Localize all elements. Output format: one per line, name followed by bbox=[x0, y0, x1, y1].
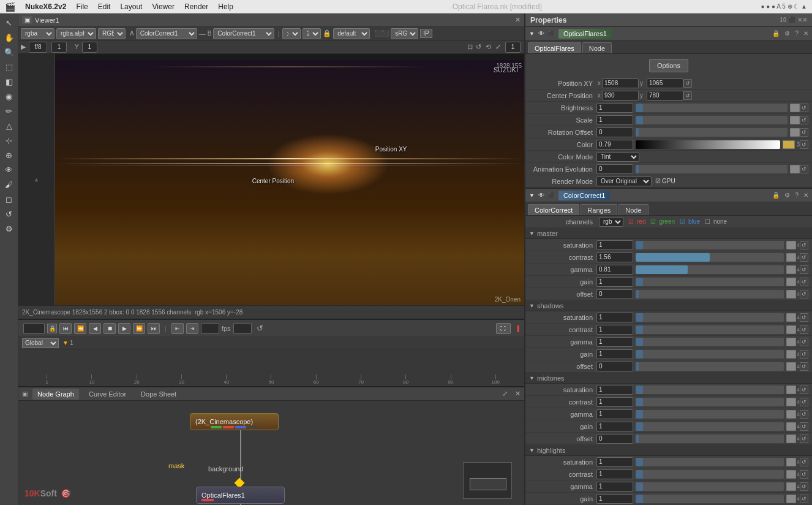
toolbar-color[interactable]: ◉ bbox=[2, 89, 17, 103]
toolbar-shape[interactable]: △ bbox=[2, 119, 17, 132]
crop-icon[interactable]: ⊡ bbox=[467, 43, 473, 51]
hl-sat-reset[interactable]: ↺ bbox=[800, 458, 808, 466]
master-con-input[interactable] bbox=[596, 252, 633, 262]
channels-select[interactable]: rgb bbox=[599, 217, 623, 227]
timeline-ruler[interactable]: 1 10 20 30 40 50 60 70 80 90 100 bbox=[18, 349, 524, 386]
cc-help[interactable]: ? bbox=[795, 192, 799, 199]
anim-evo-input[interactable] bbox=[596, 164, 633, 174]
hl-gain-swatch[interactable] bbox=[786, 495, 796, 503]
viewer-content[interactable]: ▲ SUZUKI Position XY Center Position 2K_… bbox=[18, 54, 524, 305]
node-optical-flares[interactable]: OpticalFlares1 bbox=[196, 487, 285, 504]
menu-render[interactable]: Render bbox=[184, 2, 208, 11]
node-2k-cinemascope[interactable]: (2K_Cinemascope) bbox=[190, 413, 279, 430]
shadows-gain-slider[interactable] bbox=[636, 350, 784, 359]
shadows-sat-reset[interactable]: ↺ bbox=[800, 313, 808, 322]
blue-check[interactable]: ☑ bbox=[680, 218, 685, 225]
highlights-section[interactable]: ▼ highlights bbox=[525, 445, 812, 456]
master-sat-reset[interactable]: ↺ bbox=[800, 241, 808, 249]
gamma-select[interactable]: sRGB bbox=[391, 28, 418, 39]
of-eye[interactable]: 👁 bbox=[538, 30, 544, 37]
cc-close[interactable]: ✕ bbox=[803, 192, 808, 199]
go-start[interactable]: ⏮ bbox=[59, 323, 72, 334]
mid-off-reset[interactable]: ↺ bbox=[800, 435, 808, 443]
cc-collapse[interactable]: ▼ bbox=[529, 192, 535, 199]
master-off-input[interactable] bbox=[596, 289, 633, 299]
toolbar-cursor[interactable]: ↖ bbox=[2, 16, 17, 29]
toolbar-eraser[interactable]: ◻ bbox=[2, 192, 17, 206]
hl-con-slider[interactable] bbox=[636, 470, 784, 479]
master-section[interactable]: ▼ master bbox=[525, 228, 812, 239]
anim-evo-slider[interactable] bbox=[636, 165, 788, 173]
ng-close[interactable]: ✕ bbox=[515, 390, 521, 398]
tab-dope-sheet[interactable]: Dope Sheet bbox=[136, 389, 181, 400]
cc-lock[interactable]: 🔒 bbox=[772, 192, 780, 199]
mid-off-input[interactable] bbox=[596, 434, 633, 444]
zoom-value[interactable] bbox=[51, 42, 67, 53]
hl-gain-reset[interactable]: ↺ bbox=[800, 495, 808, 503]
brightness-slider[interactable] bbox=[636, 104, 788, 112]
master-off-swatch[interactable] bbox=[786, 290, 796, 298]
brightness-color[interactable] bbox=[790, 104, 800, 112]
shadows-sat-swatch[interactable] bbox=[786, 313, 796, 322]
master-off-reset[interactable]: ↺ bbox=[800, 290, 808, 298]
master-sat-swatch[interactable] bbox=[786, 241, 796, 249]
shadows-gam-slider[interactable] bbox=[636, 338, 784, 346]
master-gain-input[interactable] bbox=[596, 277, 633, 287]
shadows-con-slider[interactable] bbox=[636, 325, 784, 334]
mid-sat-swatch[interactable] bbox=[786, 385, 796, 394]
hl-sat-slider[interactable] bbox=[636, 458, 784, 466]
tab-ranges[interactable]: Ranges bbox=[581, 204, 617, 215]
viewer-close[interactable]: ✕ bbox=[515, 16, 521, 24]
hl-con-swatch[interactable] bbox=[786, 470, 796, 479]
colorspace-select[interactable]: RGB bbox=[98, 28, 126, 39]
master-gain-swatch[interactable] bbox=[786, 278, 796, 286]
format-select[interactable]: default bbox=[333, 28, 370, 39]
ip-btn[interactable]: IP bbox=[420, 29, 432, 38]
tab-optical-node[interactable]: Node bbox=[582, 42, 612, 53]
scale-input[interactable] bbox=[596, 115, 633, 125]
zoom-fit-icon[interactable]: ⤢ bbox=[495, 43, 501, 51]
shadows-gain-swatch[interactable] bbox=[786, 350, 796, 359]
center-pos-y-input[interactable] bbox=[647, 91, 683, 101]
mid-con-slider[interactable] bbox=[636, 398, 784, 406]
mid-gam-swatch[interactable] bbox=[786, 410, 796, 419]
color-mode-select[interactable]: Tint bbox=[596, 152, 639, 162]
f-value[interactable] bbox=[29, 42, 47, 53]
hl-gam-slider[interactable] bbox=[636, 482, 784, 491]
scale-color[interactable] bbox=[790, 116, 800, 124]
hl-gam-swatch[interactable] bbox=[786, 482, 796, 491]
toolbar-roi[interactable]: ⬚ bbox=[2, 60, 17, 74]
mid-off-swatch[interactable] bbox=[786, 435, 796, 443]
playback-speed[interactable]: 10 bbox=[201, 323, 219, 334]
node-graph-content[interactable]: (2K_Cinemascope) mask background bbox=[18, 401, 524, 505]
hl-sat-swatch[interactable] bbox=[786, 458, 796, 466]
green-check[interactable]: ☑ bbox=[650, 218, 656, 225]
zoom-display[interactable] bbox=[505, 42, 521, 53]
menu-help[interactable]: Help bbox=[218, 2, 233, 11]
master-off-slider[interactable] bbox=[636, 290, 784, 298]
brightness-input[interactable] bbox=[596, 103, 633, 113]
dimension-select[interactable]: 2D bbox=[303, 28, 321, 39]
refresh-icon[interactable]: ↺ bbox=[476, 43, 481, 51]
of-settings[interactable]: ⚙ bbox=[784, 30, 790, 37]
zoom-select[interactable]: :4 bbox=[282, 28, 301, 39]
shadows-gam-swatch[interactable] bbox=[786, 338, 796, 346]
mid-gain-slider[interactable] bbox=[636, 422, 784, 431]
master-sat-slider[interactable] bbox=[636, 241, 784, 249]
center-pos-x-input[interactable] bbox=[602, 91, 639, 101]
shadows-con-swatch[interactable] bbox=[786, 325, 796, 334]
tab-optical-flares[interactable]: OpticalFlares bbox=[528, 42, 581, 53]
shadows-gam-reset[interactable]: ↺ bbox=[800, 338, 808, 346]
shadows-off-reset[interactable]: ↺ bbox=[800, 362, 808, 371]
scale-slider[interactable] bbox=[636, 116, 788, 124]
loop-icon[interactable]: ↺ bbox=[257, 324, 263, 333]
tab-curve-editor[interactable]: Curve Editor bbox=[84, 389, 131, 400]
step-back[interactable]: ⏪ bbox=[74, 323, 86, 334]
mid-gam-slider[interactable] bbox=[636, 410, 784, 419]
toolbar-hand[interactable]: ✋ bbox=[2, 31, 17, 44]
reset-icon[interactable]: ⟲ bbox=[486, 43, 491, 51]
master-gain-slider[interactable] bbox=[636, 278, 784, 286]
mid-gain-swatch[interactable] bbox=[786, 422, 796, 431]
fullscreen[interactable]: ⛶ bbox=[496, 323, 511, 334]
rotation-input[interactable] bbox=[596, 127, 633, 137]
